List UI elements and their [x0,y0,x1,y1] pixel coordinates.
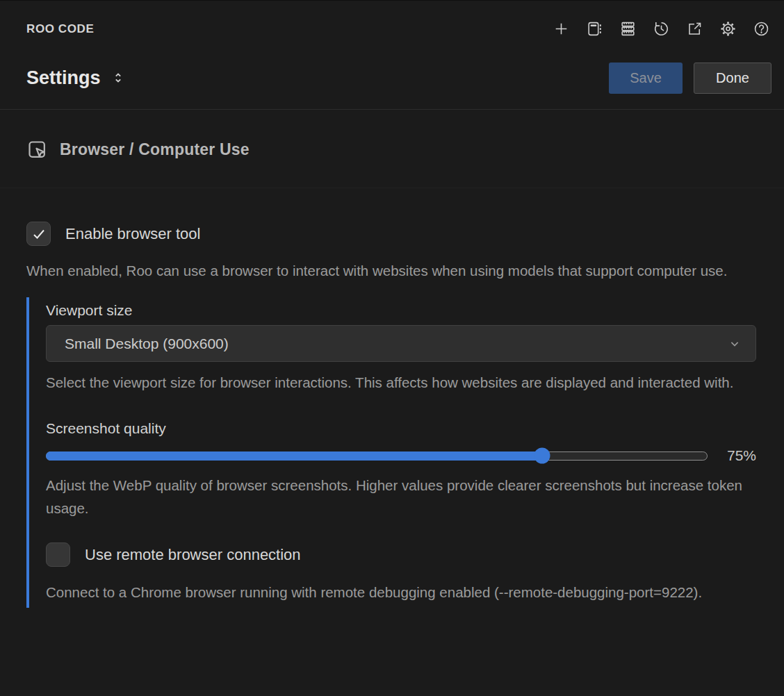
browser-options-group: Viewport size Small Desktop (900x600) Se… [26,297,756,608]
mcp-servers-button[interactable] [614,16,641,42]
viewport-size-description: Select the viewport size for browser int… [46,371,753,394]
quality-value: 75% [720,447,756,464]
settings-button[interactable] [714,16,741,42]
screenshot-quality-slider-row: 75% [46,447,756,464]
plus-icon [553,20,570,38]
quality-slider-fill [46,451,541,461]
viewport-size-value: Small Desktop (900x600) [65,335,229,352]
history-clock-icon [653,20,670,38]
page-title: Settings [26,67,101,89]
quality-slider-thumb[interactable] [534,448,550,464]
enable-browser-tool-label[interactable]: Enable browser tool [65,225,200,243]
app-title: ROO CODE [26,22,94,36]
extension-titlebar: ROO CODE [0,0,784,57]
chevron-up-down-icon [111,69,126,87]
quality-slider[interactable] [46,451,708,461]
remote-browser-description: Connect to a Chrome browser running with… [46,581,753,604]
prompts-icon [586,20,603,38]
browser-pointer-icon [26,139,48,160]
server-rack-icon [619,20,637,38]
section-header: Browser / Computer Use [0,110,784,188]
section-expand-toggle[interactable] [111,69,126,87]
browser-settings-content: Enable browser tool When enabled, Roo ca… [0,188,784,608]
viewport-size-select[interactable]: Small Desktop (900x600) [46,325,756,362]
new-task-button[interactable] [548,16,574,42]
settings-header: Settings Save Done [0,57,784,99]
screenshot-quality-description: Adjust the WebP quality of browser scree… [46,474,753,520]
section-title: Browser / Computer Use [60,140,250,159]
screenshot-quality-label: Screenshot quality [46,420,756,437]
viewport-size-label: Viewport size [46,302,756,319]
help-button[interactable] [748,16,774,42]
open-in-editor-button[interactable] [681,16,708,42]
enable-browser-tool-checkbox[interactable] [26,222,51,246]
gear-icon [719,20,737,38]
remote-browser-row: Use remote browser connection [46,542,756,567]
enable-browser-tool-row: Enable browser tool [26,222,756,246]
remote-browser-label[interactable]: Use remote browser connection [85,546,301,564]
checkmark-icon [31,226,47,242]
titlebar-actions [548,16,774,42]
question-mark-icon [753,20,770,38]
save-button[interactable]: Save [609,63,683,94]
chevron-down-icon [728,337,742,351]
done-button[interactable]: Done [694,63,771,94]
history-button[interactable] [648,16,674,42]
remote-browser-checkbox[interactable] [46,542,70,567]
link-external-icon [686,20,703,38]
enable-browser-tool-description: When enabled, Roo can use a browser to i… [26,259,734,282]
prompts-button[interactable] [581,16,607,42]
